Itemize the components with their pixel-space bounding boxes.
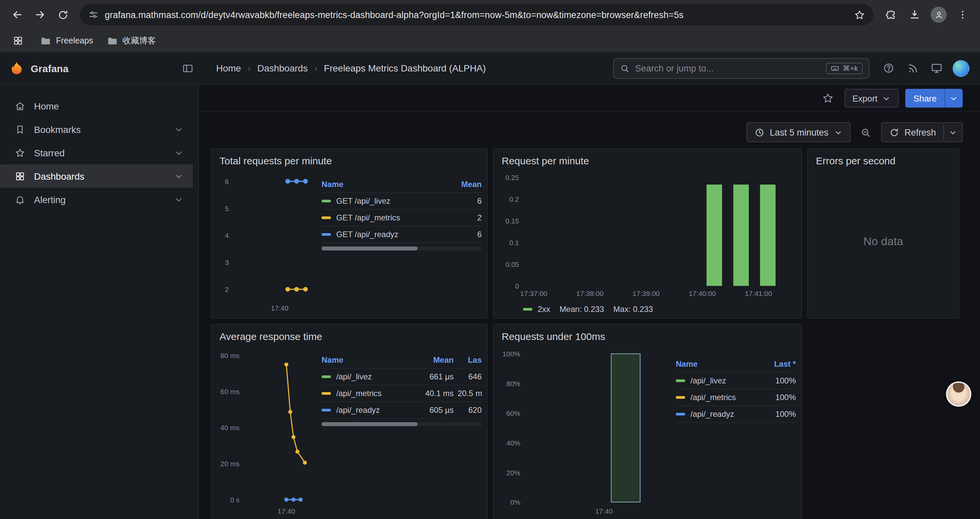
series-max: Max: 0.233: [613, 305, 653, 314]
average-response-time-chart[interactable]: 80 ms60 ms40 ms20 ms0 s17:40: [217, 345, 321, 517]
legend-row[interactable]: GET /api/_readyz 6: [321, 227, 482, 243]
help-button[interactable]: [878, 58, 899, 78]
star-dashboard-button[interactable]: [818, 88, 838, 108]
clock-icon: [754, 127, 765, 137]
breadcrumb-dashboards[interactable]: Dashboards: [257, 63, 307, 73]
back-button[interactable]: [7, 4, 28, 26]
legend-row[interactable]: /api/_readyz 100%: [676, 406, 796, 423]
extensions-button[interactable]: [880, 4, 901, 26]
svg-text:3: 3: [225, 259, 229, 266]
site-settings-icon[interactable]: [88, 10, 99, 20]
legend-row[interactable]: /api/_metrics 40.1 ms 20.5 m: [321, 385, 482, 402]
sidebar-item-alerting[interactable]: Alerting: [0, 188, 193, 211]
series-name[interactable]: GET /api/_metrics: [336, 213, 400, 222]
bookmark-blog-favorites[interactable]: 收藏博客: [107, 35, 156, 46]
search-input[interactable]: [635, 63, 821, 73]
brand-name: Grafana: [31, 62, 68, 74]
browser-menu-button[interactable]: [952, 4, 973, 26]
url-bar[interactable]: grafana.mathmast.com/d/deytv4rwavabkb/fr…: [80, 4, 873, 26]
legend-scrollbar[interactable]: [321, 422, 482, 426]
side-panel-button[interactable]: [10, 32, 27, 50]
bookmark-freeleaps[interactable]: Freeleaps: [40, 35, 93, 46]
time-range-picker[interactable]: Last 5 minutes: [746, 122, 851, 142]
svg-text:17:38:00: 17:38:00: [576, 289, 604, 297]
series-name[interactable]: /api/_readyz: [690, 409, 734, 419]
refresh-button[interactable]: Refresh: [881, 122, 944, 142]
panel-title[interactable]: Average response time: [217, 329, 482, 345]
grafana-main: Home Bookmarks Starred Dashboards: [0, 85, 980, 519]
series-name[interactable]: /api/_readyz: [336, 406, 380, 415]
legend-row[interactable]: GET /api/_livez 6: [321, 193, 482, 210]
forward-button[interactable]: [29, 4, 51, 26]
scrollbar-thumb[interactable]: [321, 422, 418, 426]
svg-text:60 ms: 60 ms: [221, 388, 240, 395]
legend-header-row: Name Mean: [321, 176, 482, 193]
search-box[interactable]: ⌘+k: [613, 58, 869, 78]
svg-text:17:41:00: 17:41:00: [745, 289, 772, 297]
user-menu-button[interactable]: [951, 58, 970, 78]
series-name[interactable]: 2xx: [538, 305, 550, 314]
legend-header-mean[interactable]: Mean: [419, 355, 453, 365]
downloads-button[interactable]: [904, 4, 925, 26]
svg-text:0: 0: [515, 282, 519, 290]
dashboard-canvas: Last 5 minutes Refresh: [199, 112, 980, 519]
floating-assistant-avatar[interactable]: [946, 382, 971, 407]
request-per-minute-chart[interactable]: 0.250.20.150.10.05017:37:0017:38:0017:39…: [499, 170, 796, 302]
sidebar-item-bookmarks[interactable]: Bookmarks: [0, 118, 193, 141]
series-name[interactable]: GET /api/_livez: [336, 196, 390, 206]
series-last: 620: [458, 406, 482, 415]
sidebar-item-starred[interactable]: Starred: [0, 141, 193, 164]
bookmark-star-icon[interactable]: [854, 9, 865, 21]
share-menu-button[interactable]: [945, 89, 963, 107]
share-split-button: Share: [905, 89, 963, 107]
chevron-down-icon[interactable]: [174, 195, 183, 204]
series-name[interactable]: /api/_livez: [690, 376, 726, 385]
panel-title[interactable]: Requests under 100ms: [499, 329, 796, 345]
sidebar-item-dashboards[interactable]: Dashboards: [0, 164, 193, 188]
legend-line: 2xx Mean: 0.233 Max: 0.233: [499, 302, 796, 316]
total-requests-chart[interactable]: 6543217:40: [217, 170, 321, 314]
series-name[interactable]: /api/_livez: [336, 372, 372, 382]
legend-row[interactable]: GET /api/_metrics 2: [321, 210, 482, 227]
legend-row[interactable]: /api/_metrics 100%: [676, 390, 796, 406]
panel-title[interactable]: Total requests per minute: [217, 153, 482, 170]
sidebar-item-home[interactable]: Home: [0, 94, 193, 118]
panel-title[interactable]: Request per minute: [499, 153, 796, 170]
svg-text:60%: 60%: [506, 409, 520, 417]
reload-button[interactable]: [52, 4, 73, 26]
legend-header-name[interactable]: Name: [676, 359, 697, 369]
series-name[interactable]: GET /api/_readyz: [336, 230, 398, 239]
legend-header-last[interactable]: Las: [458, 355, 482, 365]
series-name[interactable]: /api/_metrics: [336, 389, 382, 398]
scrollbar-thumb[interactable]: [321, 246, 418, 251]
chevron-down-icon[interactable]: [174, 148, 183, 157]
legend-header-name[interactable]: Name: [321, 355, 343, 365]
refresh-interval-button[interactable]: [944, 122, 963, 142]
folder-icon: [107, 35, 118, 46]
panel-total-requests: Total requests per minute 6543217:40 Nam…: [211, 148, 488, 319]
requests-under-100ms-chart[interactable]: 100%80%60%40%20%0%17:40: [499, 345, 676, 517]
legend-header-last[interactable]: Last *: [762, 359, 796, 369]
legend-header-name[interactable]: Name: [321, 180, 343, 189]
svg-text:40%: 40%: [506, 439, 520, 447]
news-button[interactable]: [903, 58, 923, 78]
panel-title[interactable]: Errors per second: [813, 153, 953, 170]
legend-header-mean[interactable]: Mean: [447, 180, 482, 189]
export-button[interactable]: Export: [844, 89, 899, 107]
legend-item-2xx[interactable]: 2xx: [523, 305, 550, 314]
dock-menu-button[interactable]: [177, 58, 197, 78]
legend-row[interactable]: /api/_livez 661 µs 646: [321, 369, 482, 385]
legend-row[interactable]: /api/_livez 100%: [676, 373, 796, 390]
share-button[interactable]: Share: [905, 89, 945, 107]
legend-scrollbar[interactable]: [321, 246, 482, 251]
series-name[interactable]: /api/_metrics: [690, 393, 736, 402]
chevron-down-icon[interactable]: [174, 171, 183, 181]
zoom-out-button[interactable]: [856, 122, 876, 142]
breadcrumb-home[interactable]: Home: [216, 63, 241, 73]
grafana-logo[interactable]: [10, 61, 24, 75]
legend-table: Name Mean Las /api/_livez 661 µs 646: [321, 345, 482, 517]
chevron-down-icon[interactable]: [174, 125, 183, 134]
profile-button[interactable]: [928, 4, 949, 26]
legend-row[interactable]: /api/_readyz 605 µs 620: [321, 402, 482, 419]
tv-mode-button[interactable]: [927, 58, 947, 78]
